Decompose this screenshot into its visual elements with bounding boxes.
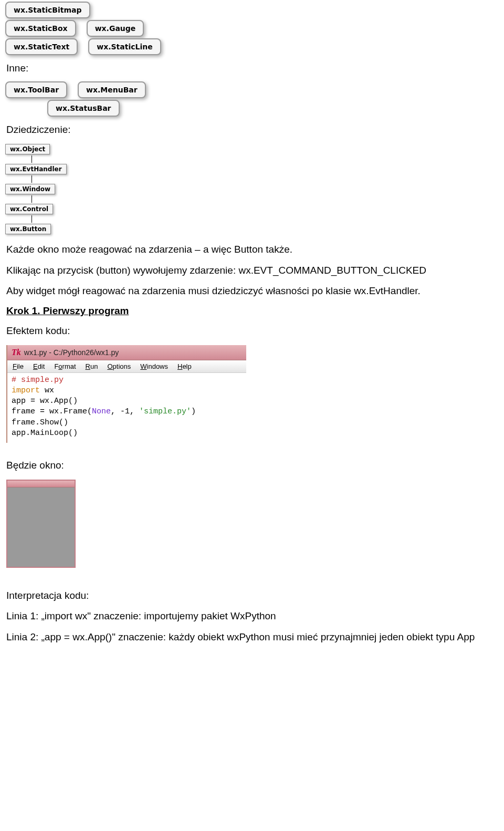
chip-wx-toolbar: wx.ToolBar (5, 81, 67, 98)
code-line-4a: frame = wx.Frame( (12, 407, 92, 416)
editor-window: Tk wx1.py - C:/Python26/wx1.py File Edit… (6, 345, 246, 443)
editor-title-text: wx1.py - C:/Python26/wx1.py (24, 348, 119, 357)
code-kw-import: import (12, 386, 40, 395)
code-line-5: frame.Show() (12, 418, 242, 428)
chip-wx-staticbitmap: wx.StaticBitmap (5, 2, 90, 18)
chip-wx-statusbar: wx.StatusBar (47, 100, 120, 117)
editor-titlebar: Tk wx1.py - C:/Python26/wx1.py (7, 345, 246, 360)
menu-edit[interactable]: Edit (33, 362, 45, 370)
label-bedzie: Będzie okno: (6, 459, 498, 472)
chip-row-static-1: wx.StaticBitmap (5, 2, 504, 18)
chip-wx-evthandler: wx.EvtHandler (5, 164, 67, 174)
result-window (6, 480, 76, 568)
code-line-6: app.MainLoop() (12, 428, 242, 439)
paragraph-2: Klikając na przycisk (button) wywołujemy… (6, 264, 498, 277)
inherit-connector (32, 215, 32, 223)
menu-run[interactable]: Run (86, 362, 98, 370)
editor-menubar: File Edit Format Run Options Windows Hel… (7, 360, 246, 373)
code-none: None (92, 407, 111, 416)
label-interpretacja: Interpretacja kodu: (6, 589, 498, 603)
menu-windows[interactable]: Windows (140, 362, 168, 370)
linia-1: Linia 1: „import wx" znaczenie: importuj… (6, 609, 498, 623)
code-str: 'simple.py' (139, 407, 191, 416)
chip-wx-object: wx.Object (5, 144, 50, 154)
section-dziedziczenie: Dziedziczenie: (6, 124, 504, 136)
label-efektem: Efektem kodu: (6, 324, 498, 338)
chip-wx-menubar: wx.MenuBar (78, 81, 146, 98)
chip-row-inne-2: wx.StatusBar (47, 100, 504, 117)
paragraph-1: Każde okno może reagować na zdarzenia – … (6, 243, 498, 256)
code-line-1: # simple.py (12, 376, 64, 385)
chip-wx-staticline: wx.StaticLine (88, 38, 161, 55)
menu-options[interactable]: Options (107, 362, 131, 370)
chip-row-static-3: wx.StaticText wx.StaticLine (5, 38, 504, 55)
code-line-4c: ) (191, 407, 196, 416)
editor-code[interactable]: # simple.py import wx app = wx.App() fra… (7, 373, 246, 443)
inherit-connector (32, 175, 32, 183)
chip-wx-window: wx.Window (5, 184, 55, 194)
chip-wx-statictext: wx.StaticText (5, 38, 78, 55)
code-line-4b: , -1, (111, 407, 139, 416)
paragraph-3: Aby widget mógł reagować na zdarzenia mu… (6, 284, 498, 298)
code-line-3: app = wx.App() (12, 396, 242, 407)
chip-wx-gauge: wx.Gauge (87, 20, 144, 37)
chip-row-inne-1: wx.ToolBar wx.MenuBar (5, 81, 504, 98)
chip-wx-staticbox: wx.StaticBox (5, 20, 76, 37)
linia-2: Linia 2: „app = wx.App()" znaczenie: każ… (6, 630, 498, 644)
inheritance-chain: wx.Object wx.EvtHandler wx.Window wx.Con… (5, 143, 504, 235)
step-heading: Krok 1. Pierwszy program (6, 305, 498, 317)
inherit-connector (32, 195, 32, 203)
tk-icon: Tk (12, 348, 21, 357)
section-inne: Inne: (6, 63, 504, 74)
inherit-connector (32, 155, 32, 163)
chip-row-static-2: wx.StaticBox wx.Gauge (5, 20, 504, 37)
menu-help[interactable]: Help (177, 362, 192, 370)
menu-format[interactable]: Format (54, 362, 76, 370)
chip-wx-button: wx.Button (5, 224, 51, 234)
chip-wx-control: wx.Control (5, 204, 53, 214)
menu-file[interactable]: File (13, 362, 24, 370)
code-line-2-rest: wx (40, 386, 54, 395)
